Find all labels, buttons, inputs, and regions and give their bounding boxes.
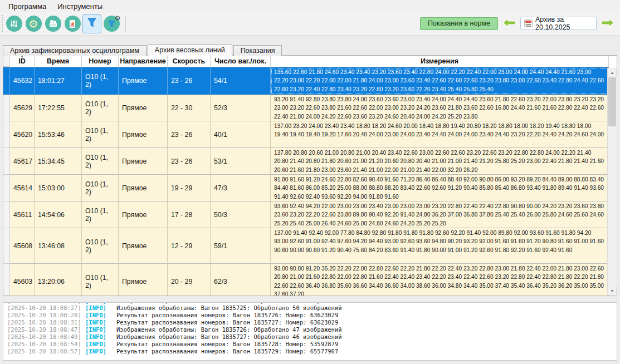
column-header-measurements[interactable]: Измерения [271,56,609,67]
next-day-button[interactable] [600,17,616,30]
row-header-corner [3,56,10,67]
log-entry: [2025-10-20 18:08:27] [INFO] Изображения… [7,304,617,312]
column-header-number[interactable]: Номер [82,56,119,67]
archive-date-label: Архив за 20.10.2025 [535,16,593,31]
toolbar-right-group: Показания в норме Архив за 20.10.2025 [420,17,616,30]
cell-time: 13:46:08 [35,228,82,264]
cell-wagons: 40/1 [211,121,271,148]
cell-time: 14:54:06 [35,201,82,228]
row-header-cell [3,175,10,201]
column-header-time[interactable]: Время [35,56,82,67]
cell-speed: 17 - 28 [168,201,211,228]
cell-speed: 20 - 29 [168,264,211,296]
filter-icon [86,17,98,31]
cell-speed: 23 - 26 [168,148,211,175]
row-header-cell [3,201,10,228]
column-header-id[interactable]: ▲ ID [10,56,35,67]
prev-day-button[interactable] [501,17,517,30]
table-row[interactable]: 45629 17:22:55 О10 (1, 2) Прямое 22 - 30… [3,95,609,121]
cell-number: О10 (1, 2) [82,228,119,264]
filter-button[interactable] [82,14,101,33]
table-row[interactable]: 45632 18:01:27 О10 (1, 2) Прямое 23 - 26… [3,67,609,95]
toolbar-separator [125,16,126,32]
cell-measurements: 135.60 22.60 21.80 24.60 23.40 23.40 23.… [271,67,609,95]
column-header-speed[interactable]: Скорость [168,56,211,67]
table-body: 45632 18:01:27 О10 (1, 2) Прямое 23 - 26… [3,67,609,296]
cell-speed: 12 - 29 [168,228,211,264]
log-level-badge: [INFO] [85,333,112,341]
log-message: Изображения обработаны: Вагон 1835727: О… [112,333,342,341]
log-entry: [2025-10-20 18:08:57] [INFO] Результат р… [7,348,617,355]
log-lines: [2025-10-20 18:08:27] [INFO] Изображения… [3,302,617,355]
cell-time: 15:53:46 [35,121,82,148]
sliders-icon [6,16,22,32]
cell-speed: 19 - 29 [168,175,211,201]
log-level-badge: [INFO] [85,326,112,333]
log-entry: [2025-10-20 18:08:54] [INFO] Результат р… [7,341,617,348]
filter-settings-button[interactable]: ⚙ [102,14,121,33]
table-row[interactable]: 45617 15:34:45 О10 (1, 2) Прямое 23 - 26… [3,148,609,175]
cell-number: О10 (1, 2) [82,148,119,175]
settings-button[interactable]: ⚙ [24,14,43,33]
cell-number: О10 (1, 2) [82,175,119,201]
filter-settings-icon: ⚙ [104,16,120,32]
cell-number: О10 (1, 2) [82,201,119,228]
table-row[interactable]: 45614 15:03:00 О10 (1, 2) Прямое 19 - 29… [3,175,609,201]
log-level-badge: [INFO] [85,304,112,312]
cell-id: 45614 [10,175,35,201]
cell-id: 45603 [10,264,35,296]
status-button[interactable]: Показания в норме [420,17,498,30]
cell-measurements: 137.00 91.40 92.40 92.00 77.80 84.80 92.… [271,228,609,264]
cell-id: 45611 [10,201,35,228]
toolbar-gripper[interactable] [1,15,4,33]
log-level-badge: [INFO] [85,341,112,348]
cell-wagons: 53/1 [211,148,271,175]
cell-measurements: 137.80 20.80 20.60 21.00 20.80 21.00 20.… [271,148,609,175]
menu-bar: Программа Инструменты [0,0,620,12]
archive-date-picker[interactable]: Архив за 20.10.2025 [520,17,597,30]
log-entry: [2025-10-20 18:08:49] [INFO] Изображения… [7,333,617,341]
log-timestamp: [2025-10-20 18:08:31] [7,319,85,326]
cell-number: О10 (1, 2) [82,264,119,296]
cell-measurements: 93.60 92.40 94.20 22.00 23.00 23.00 23.4… [271,201,609,228]
cell-wagons: 50/3 [211,201,271,228]
arrow-left-icon [502,17,516,30]
table-row[interactable]: 45611 14:54:06 О10 (1, 2) Прямое 17 - 28… [3,201,609,228]
cell-time: 15:03:00 [35,175,82,201]
tab[interactable]: Показания [233,45,282,56]
menu-item[interactable]: Программа [3,1,51,12]
column-header-direction[interactable]: Направление [119,56,168,67]
table-row[interactable]: 45608 13:46:08 О10 (1, 2) Прямое 12 - 29… [3,228,609,264]
report-button[interactable] [63,14,82,33]
row-header-cell [3,95,10,121]
cell-time: 13:20:06 [35,264,82,296]
menu-item[interactable]: Инструменты [52,1,108,12]
cell-number: О10 (1, 2) [82,95,119,121]
scrollbar-thumb[interactable] [608,77,616,126]
scroll-up-icon[interactable]: ▲ [608,68,617,77]
table-row[interactable]: 45620 15:53:46 О10 (1, 2) Прямое 23 - 26… [3,121,609,148]
log-message: Изображения обработаны: Вагон 1835725: О… [112,304,342,312]
log-timestamp: [2025-10-20 18:08:57] [7,348,85,355]
tab[interactable]: Архив зафиксированных осциллограмм [3,45,147,56]
scroll-down-icon[interactable]: ▼ [608,286,617,295]
cell-measurements: 137.00 23.20 24.00 23.40 23.40 18.80 18.… [271,121,609,148]
log-message: Результат распознавания номеров: Вагон 1… [112,341,338,348]
row-header-cell [3,264,10,296]
cell-number: О10 (1, 2) [82,121,119,148]
column-header-wagons[interactable]: Число ваг./лок. [211,56,271,67]
tab[interactable]: Архив весовых линий [148,44,232,56]
table-scrollbar[interactable]: ▲ ▼ [607,68,616,295]
cell-speed: 23 - 26 [168,121,211,148]
cell-measurements: 91.80 91.60 91.20 24.60 22.80 82.60 90.4… [271,175,609,201]
adjust-button[interactable] [4,14,23,33]
row-header-cell [3,228,10,264]
table-row[interactable]: 45603 13:20:06 О10 (1, 2) Прямое 20 - 29… [3,264,609,296]
cell-id: 45620 [10,121,35,148]
arrow-right-icon [601,17,615,30]
camera-button[interactable] [43,14,62,33]
row-header-cell [3,121,10,148]
log-panel[interactable]: [2025-10-20 18:08:27] [INFO] Изображения… [3,302,617,361]
tab-bar: Архив зафиксированных осциллограмм Архив… [3,45,283,56]
cell-speed: 23 - 26 [168,67,211,95]
